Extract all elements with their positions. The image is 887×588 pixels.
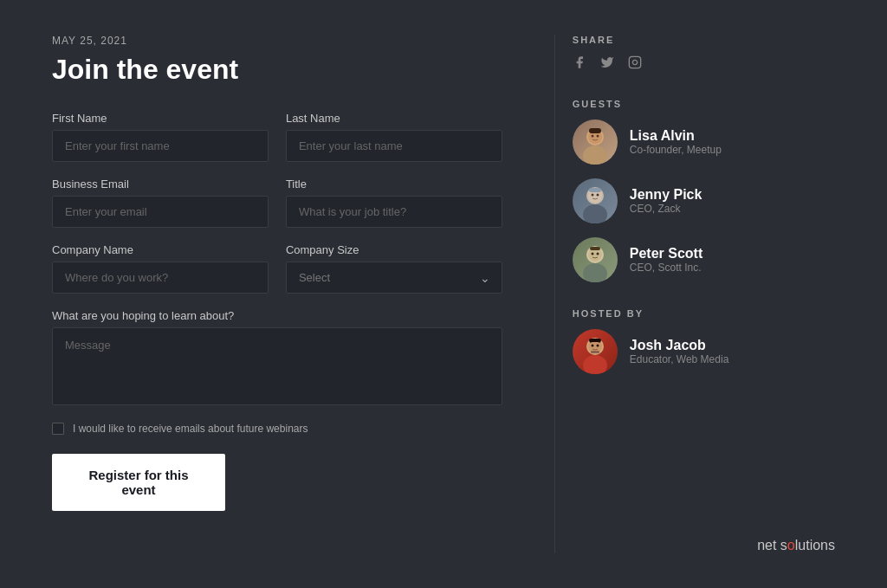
left-panel: MAY 25, 2021 Join the event First Name L… <box>52 35 520 553</box>
facebook-icon[interactable] <box>573 55 586 73</box>
guest-name-lisa: Lisa Alvin <box>630 128 722 144</box>
company-size-label: Company Size <box>286 243 502 256</box>
svg-point-6 <box>596 135 599 138</box>
title-input[interactable] <box>286 196 502 228</box>
svg-point-12 <box>596 194 599 197</box>
host-avatar-josh <box>573 329 618 374</box>
email-group: Business Email <box>52 178 269 228</box>
message-group: What are you hoping to learn about? <box>52 309 502 409</box>
event-title: Join the event <box>52 54 502 86</box>
event-date: MAY 25, 2021 <box>52 35 502 47</box>
title-group: Title <box>286 178 502 228</box>
svg-point-24 <box>596 345 599 347</box>
host-name: Josh Jacob <box>630 338 729 353</box>
checkbox-row: I would like to receive emails about fut… <box>52 423 502 435</box>
twitter-icon[interactable] <box>600 55 614 73</box>
email-label: Business Email <box>52 178 269 191</box>
svg-point-11 <box>591 194 593 197</box>
company-size-group: Company Size Select 1-10 11-50 51-200 20… <box>286 243 502 294</box>
guests-label: GUESTS <box>573 99 835 109</box>
guest-name-peter: Peter Scott <box>630 246 702 262</box>
svg-rect-19 <box>590 247 600 250</box>
guest-name-jenny: Jenny Pick <box>630 187 702 203</box>
guest-avatar-peter <box>573 237 618 282</box>
share-icons <box>573 55 835 73</box>
last-name-input[interactable] <box>286 130 502 162</box>
svg-rect-26 <box>591 351 599 353</box>
share-section: SHARE <box>573 35 835 73</box>
guest-list: Lisa Alvin Co-founder, Meetup <box>573 120 835 282</box>
company-name-input[interactable] <box>52 262 269 294</box>
register-button[interactable]: Register for this event <box>52 454 225 511</box>
company-size-select[interactable]: Select 1-10 11-50 51-200 201-500 500+ <box>286 262 502 294</box>
company-row: Company Name Company Size Select 1-10 11… <box>52 243 502 294</box>
email-consent-label: I would like to receive emails about fut… <box>73 423 308 435</box>
guest-item-lisa: Lisa Alvin Co-founder, Meetup <box>573 120 835 165</box>
share-label: SHARE <box>573 35 835 45</box>
first-name-label: First Name <box>52 112 269 125</box>
email-title-row: Business Email Title <box>52 178 502 228</box>
guest-info-lisa: Lisa Alvin Co-founder, Meetup <box>630 128 722 156</box>
guest-role-lisa: Co-founder, Meetup <box>630 144 722 156</box>
first-name-group: First Name <box>52 112 269 162</box>
page-wrapper: MAY 25, 2021 Join the event First Name L… <box>0 0 887 588</box>
message-label: What are you hoping to learn about? <box>52 309 502 322</box>
svg-point-5 <box>591 135 593 138</box>
email-consent-checkbox[interactable] <box>52 423 64 435</box>
svg-point-3 <box>583 145 607 165</box>
host-role: Educator, Web Media <box>630 353 729 365</box>
company-size-select-wrapper: Select 1-10 11-50 51-200 201-500 500+ ⌄ <box>286 262 502 294</box>
last-name-label: Last Name <box>286 112 502 125</box>
right-panel: SHARE GUESTS <box>554 35 835 553</box>
guests-section: GUESTS <box>573 99 835 282</box>
guest-avatar-lisa <box>573 120 618 165</box>
guest-item-peter: Peter Scott CEO, Scott Inc. <box>573 237 835 282</box>
guest-role-jenny: CEO, Zack <box>630 203 702 215</box>
message-textarea[interactable] <box>52 327 502 405</box>
name-row: First Name Last Name <box>52 112 502 162</box>
host-info: Josh Jacob Educator, Web Media <box>630 338 729 365</box>
first-name-input[interactable] <box>52 130 269 162</box>
svg-rect-7 <box>589 128 601 133</box>
svg-point-21 <box>583 355 607 374</box>
guest-avatar-jenny <box>573 178 618 223</box>
host-item: Josh Jacob Educator, Web Media <box>573 329 835 374</box>
guest-info-jenny: Jenny Pick CEO, Zack <box>630 187 702 215</box>
guest-info-peter: Peter Scott CEO, Scott Inc. <box>630 246 702 274</box>
svg-rect-0 <box>629 56 640 68</box>
guest-role-peter: CEO, Scott Inc. <box>630 262 702 274</box>
title-label: Title <box>286 178 502 191</box>
svg-rect-13 <box>589 188 601 192</box>
email-input[interactable] <box>52 196 269 228</box>
svg-point-18 <box>596 253 599 255</box>
company-name-label: Company Name <box>52 243 269 256</box>
svg-point-9 <box>583 204 607 223</box>
svg-point-23 <box>591 345 593 347</box>
svg-point-15 <box>583 263 607 282</box>
company-name-group: Company Name <box>52 243 269 294</box>
last-name-group: Last Name <box>286 112 502 162</box>
branding-accent: o <box>787 538 795 552</box>
branding: net solutions <box>573 538 835 553</box>
registration-form: First Name Last Name Business Email Titl… <box>52 112 502 511</box>
svg-point-17 <box>591 253 593 255</box>
instagram-icon[interactable] <box>628 55 642 73</box>
hosted-label: HOSTED BY <box>573 308 835 319</box>
hosted-section: HOSTED BY Josh Ja <box>573 308 835 374</box>
guest-item-jenny: Jenny Pick CEO, Zack <box>573 178 835 223</box>
